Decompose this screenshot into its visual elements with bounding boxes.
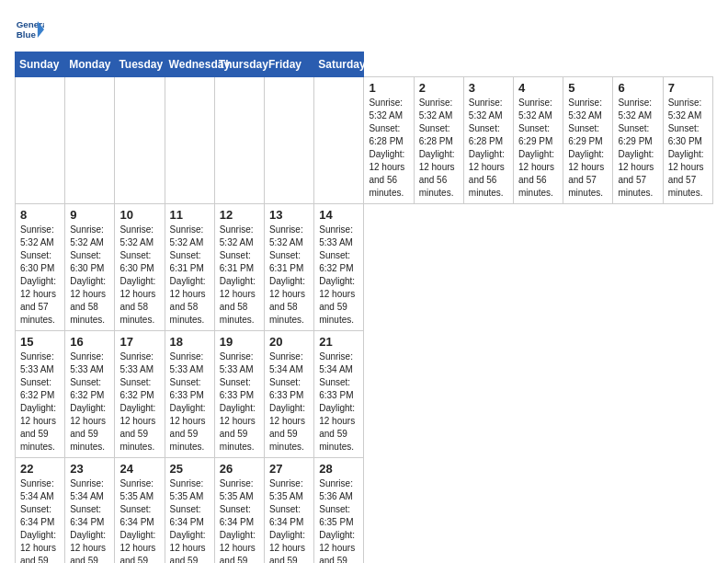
day-cell-12: 12Sunrise: 5:32 AMSunset: 6:31 PMDayligh… xyxy=(214,204,264,331)
day-cell-25: 25Sunrise: 5:35 AMSunset: 6:34 PMDayligh… xyxy=(165,458,214,564)
day-cell-17: 17Sunrise: 5:33 AMSunset: 6:32 PMDayligh… xyxy=(115,331,165,458)
day-cell-28: 28Sunrise: 5:36 AMSunset: 6:35 PMDayligh… xyxy=(314,458,364,564)
day-cell-7: 7Sunrise: 5:32 AMSunset: 6:30 PMDaylight… xyxy=(663,77,712,204)
page-header: General Blue xyxy=(15,15,713,44)
day-cell-11: 11Sunrise: 5:32 AMSunset: 6:31 PMDayligh… xyxy=(165,204,214,331)
day-header-thursday: Thursday xyxy=(214,52,264,77)
day-cell-22: 22Sunrise: 5:34 AMSunset: 6:34 PMDayligh… xyxy=(16,458,65,564)
logo-icon: General Blue xyxy=(15,15,44,44)
day-cell-24: 24Sunrise: 5:35 AMSunset: 6:34 PMDayligh… xyxy=(115,458,165,564)
day-cell-3: 3Sunrise: 5:32 AMSunset: 6:28 PMDaylight… xyxy=(463,77,513,204)
day-cell-18: 18Sunrise: 5:33 AMSunset: 6:33 PMDayligh… xyxy=(165,331,214,458)
empty-cell xyxy=(115,77,165,204)
day-cell-2: 2Sunrise: 5:32 AMSunset: 6:28 PMDaylight… xyxy=(414,77,463,204)
day-header-monday: Monday xyxy=(65,52,115,77)
day-cell-4: 4Sunrise: 5:32 AMSunset: 6:29 PMDaylight… xyxy=(514,77,563,204)
day-header-wednesday: Wednesday xyxy=(165,52,214,77)
day-header-sunday: Sunday xyxy=(16,52,65,77)
day-header-saturday: Saturday xyxy=(314,52,364,77)
day-cell-19: 19Sunrise: 5:33 AMSunset: 6:33 PMDayligh… xyxy=(214,331,264,458)
day-header-tuesday: Tuesday xyxy=(115,52,165,77)
calendar-header-row: SundayMondayTuesdayWednesdayThursdayFrid… xyxy=(16,52,713,77)
day-cell-26: 26Sunrise: 5:35 AMSunset: 6:34 PMDayligh… xyxy=(214,458,264,564)
day-cell-15: 15Sunrise: 5:33 AMSunset: 6:32 PMDayligh… xyxy=(16,331,65,458)
day-header-friday: Friday xyxy=(265,52,314,77)
day-cell-10: 10Sunrise: 5:32 AMSunset: 6:30 PMDayligh… xyxy=(115,204,165,331)
day-cell-5: 5Sunrise: 5:32 AMSunset: 6:29 PMDaylight… xyxy=(563,77,613,204)
week-row-2: 8Sunrise: 5:32 AMSunset: 6:30 PMDaylight… xyxy=(16,204,713,331)
week-row-4: 22Sunrise: 5:34 AMSunset: 6:34 PMDayligh… xyxy=(16,458,713,564)
day-cell-23: 23Sunrise: 5:34 AMSunset: 6:34 PMDayligh… xyxy=(65,458,115,564)
calendar-table: SundayMondayTuesdayWednesdayThursdayFrid… xyxy=(15,52,713,563)
day-cell-27: 27Sunrise: 5:35 AMSunset: 6:34 PMDayligh… xyxy=(265,458,314,564)
day-cell-16: 16Sunrise: 5:33 AMSunset: 6:32 PMDayligh… xyxy=(65,331,115,458)
empty-cell xyxy=(265,77,314,204)
day-cell-21: 21Sunrise: 5:34 AMSunset: 6:33 PMDayligh… xyxy=(314,331,364,458)
empty-cell xyxy=(165,77,214,204)
empty-cell xyxy=(314,77,364,204)
empty-cell xyxy=(65,77,115,204)
day-cell-8: 8Sunrise: 5:32 AMSunset: 6:30 PMDaylight… xyxy=(16,204,65,331)
week-row-3: 15Sunrise: 5:33 AMSunset: 6:32 PMDayligh… xyxy=(16,331,713,458)
day-cell-9: 9Sunrise: 5:32 AMSunset: 6:30 PMDaylight… xyxy=(65,204,115,331)
empty-cell xyxy=(16,77,65,204)
day-cell-20: 20Sunrise: 5:34 AMSunset: 6:33 PMDayligh… xyxy=(265,331,314,458)
week-row-1: 1Sunrise: 5:32 AMSunset: 6:28 PMDaylight… xyxy=(16,77,713,204)
day-cell-13: 13Sunrise: 5:32 AMSunset: 6:31 PMDayligh… xyxy=(265,204,314,331)
empty-cell xyxy=(214,77,264,204)
day-cell-1: 1Sunrise: 5:32 AMSunset: 6:28 PMDaylight… xyxy=(364,77,414,204)
day-cell-6: 6Sunrise: 5:32 AMSunset: 6:29 PMDaylight… xyxy=(613,77,663,204)
svg-text:Blue: Blue xyxy=(17,29,37,40)
day-cell-14: 14Sunrise: 5:33 AMSunset: 6:32 PMDayligh… xyxy=(314,204,364,331)
logo: General Blue xyxy=(15,15,44,44)
